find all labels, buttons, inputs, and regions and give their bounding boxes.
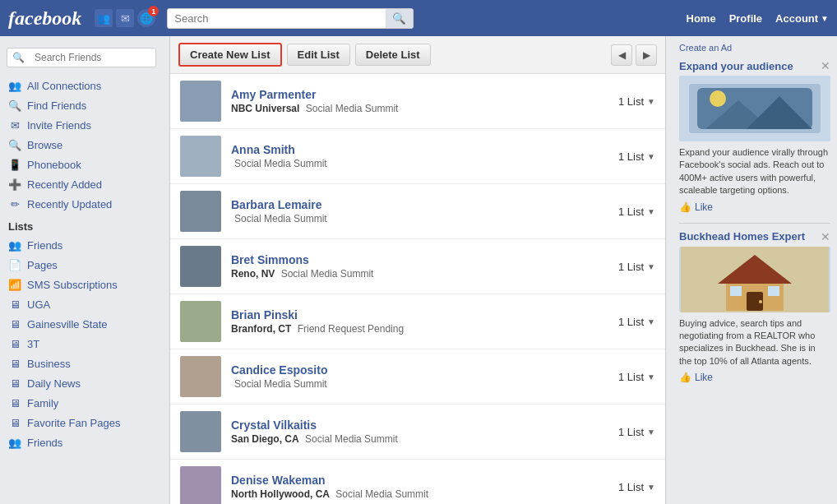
friend-info: Candice Esposito Social Media Summit [231,363,608,390]
avatar [180,301,221,342]
sidebar-item-all-connections[interactable]: 👥 All Connections [0,76,163,95]
nav-arrows: ◀ ▶ [611,44,657,66]
sidebar-item-sms[interactable]: 📶 SMS Subscriptions [0,275,163,294]
toolbar: Create New List Edit List Delete List ◀ … [170,36,665,74]
create-new-list-button[interactable]: Create New List [178,43,282,67]
sidebar: 🔍 👥 All Connections 🔍 Find Friends ✉ Inv… [0,36,163,504]
ad-title[interactable]: Expand your audience [679,60,793,72]
delete-list-button[interactable]: Delete List [355,44,431,66]
friend-list-count[interactable]: 1 List ▼ [618,150,655,163]
table-row: Brian Pinski Branford, CT Friend Request… [170,294,665,349]
ad-close-button[interactable]: ✕ [821,59,830,72]
sidebar-item-recently-updated[interactable]: ✏ Recently Updated [0,194,163,214]
create-ad-link[interactable]: Create an Ad [679,43,830,53]
search-input[interactable] [168,9,386,28]
thumbs-up-icon: 👍 [679,201,691,213]
friend-detail: NBC Universal Social Media Summit [231,103,608,114]
main-layout: 🔍 👥 All Connections 🔍 Find Friends ✉ Inv… [0,36,837,504]
friend-detail: Social Media Summit [231,158,608,169]
ad-like-button[interactable]: 👍 Like [679,372,830,383]
friend-name[interactable]: Amy Parmenter [231,88,608,101]
main-content: Create New List Edit List Delete List ◀ … [169,36,666,504]
table-row: Barbara Lemaire Social Media Summit 1 Li… [170,184,665,239]
sidebar-item-pages[interactable]: 📄 Pages [0,255,163,275]
phonebook-icon: 📱 [8,158,21,171]
notifications-icon[interactable]: 🌐 1 [137,9,155,27]
sidebar-item-3t[interactable]: 🖥 3T [0,334,163,354]
messages-icon[interactable]: ✉ [116,9,134,27]
list-count-dropdown-icon: ▼ [647,97,655,106]
table-row: Candice Esposito Social Media Summit 1 L… [170,349,665,405]
business-icon: 🖥 [8,357,21,370]
friends2-icon: 👥 [8,436,21,449]
friend-name[interactable]: Brian Pinski [231,308,608,321]
table-row: Crystal Vilkaitis San Diego, CA Social M… [170,405,665,460]
sidebar-item-fan-pages[interactable]: 🖥 Favorite Fan Pages [0,413,163,432]
friend-info: Anna Smith Social Media Summit [231,143,608,169]
svg-rect-10 [730,286,742,296]
friend-name[interactable]: Candice Esposito [231,363,608,377]
avatar [180,191,221,232]
friend-name[interactable]: Barbara Lemaire [231,198,608,211]
sidebar-item-family[interactable]: 🖥 Family [0,393,163,413]
sidebar-item-find-friends[interactable]: 🔍 Find Friends [0,95,163,115]
friend-detail: Social Media Summit [231,378,608,390]
facebook-logo[interactable]: facebook [8,7,81,30]
top-navigation: facebook 👥 ✉ 🌐 1 🔍 Home Profile Account … [0,0,837,36]
sidebar-item-gainesville[interactable]: 🖥 Gainesville State [0,314,163,334]
next-arrow-button[interactable]: ▶ [636,44,657,66]
profile-link[interactable]: Profile [729,12,762,25]
sidebar-item-invite-friends[interactable]: ✉ Invite Friends [0,115,163,135]
avatar [180,466,221,504]
friend-list-count[interactable]: 1 List ▼ [618,371,655,383]
friend-list-count[interactable]: 1 List ▼ [618,426,655,438]
ad-like-button[interactable]: 👍 Like [679,201,830,213]
friend-name[interactable]: Crystal Vilkaitis [231,418,608,432]
friend-name[interactable]: Denise Wakeman [231,474,608,487]
svg-point-12 [759,300,762,303]
friend-list-count[interactable]: 1 List ▼ [618,316,655,328]
search-button[interactable]: 🔍 [386,9,413,28]
search-bar: 🔍 [167,8,414,29]
list-count-dropdown-icon: ▼ [647,372,655,381]
invite-icon: ✉ [8,118,21,132]
friend-detail: Branford, CT Friend Request Pending [231,323,608,335]
sidebar-item-daily-news[interactable]: 🖥 Daily News [0,373,163,393]
friend-list-count[interactable]: 1 List ▼ [618,481,655,493]
friend-name[interactable]: Bret Simmons [231,253,608,266]
home-link[interactable]: Home [687,12,716,25]
list-count-dropdown-icon: ▼ [647,152,655,161]
friends-icon[interactable]: 👥 [95,9,113,27]
avatar [180,411,221,452]
ad-body-text: Expand your audience virally through Fac… [679,146,830,197]
ad-close-button[interactable]: ✕ [821,230,830,243]
connections-icon: 👥 [8,79,21,92]
sms-icon: 📶 [8,278,21,291]
edit-list-button[interactable]: Edit List [287,44,350,66]
sidebar-item-phonebook[interactable]: 📱 Phonebook [0,155,163,174]
sidebar-item-friends2[interactable]: 👥 Friends [0,432,163,452]
ad-expand-audience: Expand your audience ✕ Expand your audi [679,59,830,213]
sidebar-item-uga[interactable]: 🖥 UGA [0,294,163,314]
avatar [180,356,221,397]
3t-icon: 🖥 [8,337,21,350]
friend-detail: San Diego, CA Social Media Summit [231,433,608,445]
friend-list-count[interactable]: 1 List ▼ [618,95,655,108]
friend-list-count[interactable]: 1 List ▼ [618,261,655,273]
sidebar-item-recently-added[interactable]: ➕ Recently Added [0,174,163,194]
sidebar-item-browse[interactable]: 🔍 Browse [0,135,163,155]
fan-pages-icon: 🖥 [8,416,21,429]
friends-list-icon: 👥 [8,238,21,252]
sidebar-item-business[interactable]: 🖥 Business [0,354,163,373]
account-dropdown[interactable]: Account ▼ [775,12,829,25]
friend-list-count[interactable]: 1 List ▼ [618,206,655,218]
sidebar-search: 🔍 [7,48,156,67]
search-friends-input[interactable] [30,49,155,67]
sidebar-item-friends[interactable]: 👥 Friends [0,235,163,255]
nav-links: Home Profile Account ▼ [687,12,830,25]
friend-list: Amy Parmenter NBC Universal Social Media… [170,74,665,504]
prev-arrow-button[interactable]: ◀ [611,44,632,66]
friend-info: Bret Simmons Reno, NV Social Media Summi… [231,253,608,280]
friend-name[interactable]: Anna Smith [231,143,608,156]
ad-title[interactable]: Buckhead Homes Expert [679,230,805,243]
